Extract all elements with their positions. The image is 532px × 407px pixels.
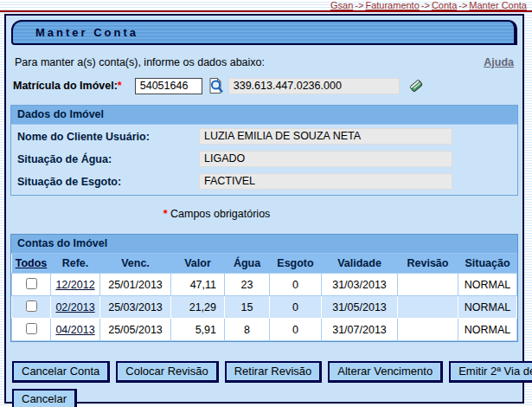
situacao-agua-value: LIGADO xyxy=(199,151,452,167)
row-checkbox[interactable] xyxy=(26,323,37,334)
col-header-valor: Valor xyxy=(171,254,225,274)
situacao-agua-label: Situação de Água: xyxy=(17,153,199,165)
matricula-label: Matrícula do Imóvel:* xyxy=(13,80,122,92)
breadcrumb-separator: -> xyxy=(355,0,363,10)
col-header-validade: Validade xyxy=(322,254,398,274)
venc-cell: 25/01/2013 xyxy=(100,274,171,296)
eraser-icon[interactable] xyxy=(407,77,425,94)
agua-cell: 23 xyxy=(225,274,270,296)
venc-cell: 25/05/2013 xyxy=(100,319,171,341)
breadcrumb-link-conta[interactable]: Conta xyxy=(432,0,457,10)
intro-text: Para manter a(s) conta(s), informe os da… xyxy=(15,56,265,68)
colocar-revisao-button[interactable]: Colocar Revisão xyxy=(116,361,218,383)
esgoto-cell: 0 xyxy=(270,296,322,319)
required-fields-note: * Campos obrigatórios xyxy=(10,208,423,220)
esgoto-cell: 0 xyxy=(270,274,322,296)
cancelar-button[interactable]: Cancelar xyxy=(12,389,77,407)
retirar-revisao-button[interactable]: Retirar Revisão xyxy=(225,361,323,383)
validade-cell: 31/03/2013 xyxy=(322,274,398,296)
col-header-venc: Venc. xyxy=(100,254,171,274)
agua-cell: 8 xyxy=(225,319,270,341)
venc-cell: 25/03/2013 xyxy=(100,296,171,319)
nome-cliente-label: Nome do Cliente Usuário: xyxy=(17,131,199,143)
table-row: 02/2013 25/03/2013 21,29 15 0 31/05/2013… xyxy=(12,296,517,319)
valor-cell: 21,29 xyxy=(171,296,225,319)
breadcrumb-separator: -> xyxy=(421,0,430,10)
contas-table: Todos Refe. Venc. Valor Água Esgoto Vali… xyxy=(11,254,517,341)
matricula-input[interactable] xyxy=(135,78,202,94)
valor-cell: 47,11 xyxy=(171,274,225,296)
valor-cell: 5,91 xyxy=(171,319,225,341)
search-document-icon[interactable] xyxy=(208,77,225,94)
revisao-cell xyxy=(398,274,458,296)
field-row-situacao-agua: Situação de Água: LIGADO xyxy=(11,147,517,170)
situacao-cell: NORMAL xyxy=(458,319,517,341)
inscricao-field: 339.613.447.0236.000 xyxy=(228,78,400,94)
required-asterisk: * xyxy=(163,208,168,220)
page-title-text: Manter Conta xyxy=(35,26,138,39)
revisao-cell xyxy=(398,296,458,319)
row-checkbox[interactable] xyxy=(26,278,37,289)
refe-link[interactable]: 02/2013 xyxy=(55,301,94,313)
col-header-revisao: Revisão xyxy=(398,254,458,274)
dados-imovel-header: Dados do Imóvel xyxy=(11,106,517,125)
help-link[interactable]: Ajuda xyxy=(484,56,514,68)
field-row-situacao-esgoto: Situação de Esgoto: FACTIVEL xyxy=(11,170,517,195)
dados-imovel-section: Dados do Imóvel Nome do Cliente Usuário:… xyxy=(10,105,518,196)
alterar-vencimento-button[interactable]: Alterar Vencimento xyxy=(328,361,443,383)
col-header-refe: Refe. xyxy=(51,254,100,274)
col-header-esgoto: Esgoto xyxy=(270,254,322,274)
field-row-nome-cliente: Nome do Cliente Usuário: LUZIA EMILIA DE… xyxy=(11,125,517,147)
page-title: Manter Conta xyxy=(11,20,517,45)
nome-cliente-value: LUZIA EMILIA DE SOUZA NETA xyxy=(199,128,452,145)
situacao-esgoto-value: FACTIVEL xyxy=(199,173,452,190)
row-checkbox[interactable] xyxy=(26,300,37,312)
breadcrumb: Gsan->Faturamento->Conta->Manter Conta xyxy=(0,0,532,10)
situacao-esgoto-label: Situação de Esgoto: xyxy=(17,176,199,188)
breadcrumb-link-faturamento[interactable]: Faturamento xyxy=(365,0,419,10)
table-header-row: Todos Refe. Venc. Valor Água Esgoto Vali… xyxy=(12,254,517,274)
situacao-cell: NORMAL xyxy=(458,296,517,319)
select-all-link[interactable]: Todos xyxy=(16,257,48,269)
situacao-cell: NORMAL xyxy=(458,274,517,296)
validade-cell: 31/07/2013 xyxy=(322,319,398,341)
validade-cell: 31/05/2013 xyxy=(322,296,398,319)
required-asterisk: * xyxy=(118,80,122,92)
refe-link[interactable]: 12/2012 xyxy=(55,279,94,291)
top-red-rule xyxy=(0,10,532,12)
breadcrumb-link-manter-conta[interactable]: Manter Conta xyxy=(469,0,527,10)
refe-link[interactable]: 04/2013 xyxy=(55,324,94,336)
emitir-segunda-via-button[interactable]: Emitir 2ª Via de Conta xyxy=(449,361,532,383)
table-row: 04/2013 25/05/2013 5,91 8 0 31/07/2013 N… xyxy=(12,319,517,341)
breadcrumb-link-gsan[interactable]: Gsan xyxy=(330,0,353,10)
contas-imovel-section: Contas do Imóvel Todos Refe. Venc. Valor… xyxy=(10,234,518,342)
col-header-situacao: Situação xyxy=(458,254,517,274)
esgoto-cell: 0 xyxy=(270,319,322,341)
breadcrumb-separator: -> xyxy=(458,0,467,10)
col-header-agua: Água xyxy=(225,254,270,274)
agua-cell: 15 xyxy=(225,296,270,319)
revisao-cell xyxy=(398,319,458,341)
main-panel: Manter Conta Para manter a(s) conta(s), … xyxy=(4,14,524,404)
cancelar-conta-button[interactable]: Cancelar Conta xyxy=(12,361,110,383)
contas-imovel-header: Contas do Imóvel xyxy=(11,235,517,254)
table-row: 12/2012 25/01/2013 47,11 23 0 31/03/2013… xyxy=(12,274,517,296)
